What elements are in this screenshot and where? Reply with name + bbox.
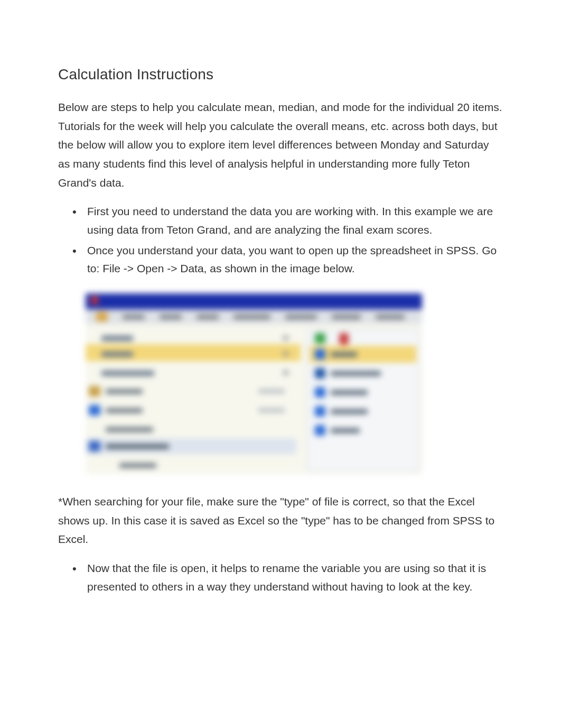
menu-item <box>123 315 145 319</box>
bullet-list-bottom: Now that the file is open, it helps to r… <box>58 559 503 596</box>
dropdown-panel <box>86 324 422 474</box>
document-page: Calculation Instructions Below are steps… <box>0 0 561 728</box>
list-item: Now that the file is open, it helps to r… <box>87 559 503 596</box>
spss-screenshot <box>83 291 424 476</box>
list-item: First you need to understand the data yo… <box>87 202 503 239</box>
page-title: Calculation Instructions <box>58 66 503 83</box>
menu-item <box>160 315 182 319</box>
menu-item <box>233 315 270 319</box>
menu-row <box>89 457 295 473</box>
menu-item <box>285 315 317 319</box>
menu-item <box>197 315 219 319</box>
submenu-item <box>315 368 381 379</box>
submenu-item <box>315 425 360 436</box>
toolbar-icon <box>315 333 325 344</box>
submenu-item-data <box>315 349 357 360</box>
menu-row <box>89 421 295 437</box>
menu-item <box>332 315 361 319</box>
submenu-item <box>315 406 368 417</box>
menu-item <box>376 315 405 319</box>
menu-bar <box>86 309 422 324</box>
list-item: Once you understand your data, you want … <box>87 242 503 278</box>
submenu-panel <box>307 329 419 471</box>
window-titlebar <box>86 293 422 309</box>
submenu-item <box>315 387 368 398</box>
bullet-list-top: First you need to understand the data yo… <box>58 202 503 278</box>
toolbar-icon <box>339 333 349 345</box>
note-paragraph: *When searching for your file, make sure… <box>58 492 503 549</box>
app-icon <box>91 297 98 304</box>
menu-row <box>89 383 295 399</box>
menu-row <box>89 402 295 418</box>
intro-paragraph: Below are steps to help you calculate me… <box>58 98 503 192</box>
menu-file-icon <box>96 312 108 321</box>
menu-row <box>86 438 296 454</box>
